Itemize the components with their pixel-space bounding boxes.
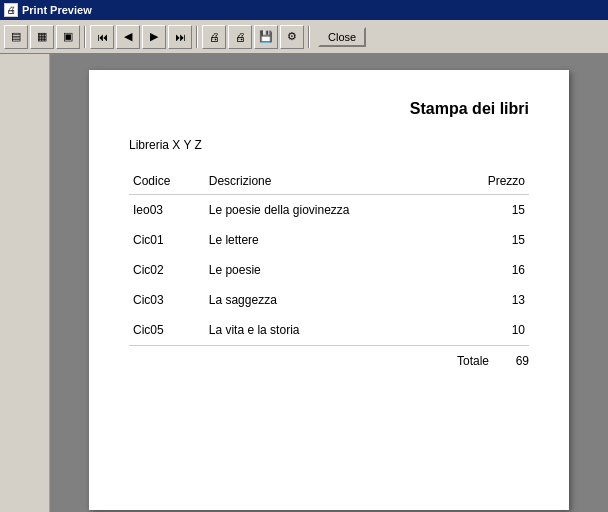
- cell-description: La saggezza: [205, 285, 453, 315]
- table-row: Cic02Le poesie16: [129, 255, 529, 285]
- table-header-row: Codice Descrizione Prezzo: [129, 168, 529, 195]
- cell-price: 15: [453, 195, 529, 226]
- col-header-price: Prezzo: [453, 168, 529, 195]
- cell-code: Cic02: [129, 255, 205, 285]
- table-row: Cic01Le lettere15: [129, 225, 529, 255]
- library-name: Libreria X Y Z: [129, 138, 529, 152]
- cell-code: Cic01: [129, 225, 205, 255]
- totale-value: 69: [509, 354, 529, 368]
- table-row: Ieo03Le poesie della giovinezza15: [129, 195, 529, 226]
- cell-description: Le poesie della giovinezza: [205, 195, 453, 226]
- nav-first-button[interactable]: ⏮: [90, 25, 114, 49]
- print2-button[interactable]: 🖨: [228, 25, 252, 49]
- nav-last-button[interactable]: ⏭: [168, 25, 192, 49]
- separator-2: [196, 26, 198, 48]
- cell-price: 15: [453, 225, 529, 255]
- title-bar-text: Print Preview: [22, 4, 92, 16]
- nav-prev-button[interactable]: ◀: [116, 25, 140, 49]
- paper: Stampa dei libri Libreria X Y Z Codice D…: [89, 70, 569, 510]
- options-button[interactable]: ⚙: [280, 25, 304, 49]
- cell-code: Cic05: [129, 315, 205, 345]
- cell-price: 10: [453, 315, 529, 345]
- totale-label: Totale: [457, 354, 489, 368]
- nav-next-button[interactable]: ▶: [142, 25, 166, 49]
- cell-price: 16: [453, 255, 529, 285]
- cell-code: Cic03: [129, 285, 205, 315]
- totale-row: Totale 69: [129, 345, 529, 368]
- cell-code: Ieo03: [129, 195, 205, 226]
- table-row: Cic05La vita e la storia10: [129, 315, 529, 345]
- view-single-button[interactable]: ▤: [4, 25, 28, 49]
- view-multi-button[interactable]: ▦: [30, 25, 54, 49]
- app-icon: 🖨: [4, 3, 18, 17]
- close-button[interactable]: Close: [318, 27, 366, 47]
- report-title: Stampa dei libri: [129, 100, 529, 118]
- table-row: Cic03La saggezza13: [129, 285, 529, 315]
- view-full-button[interactable]: ▣: [56, 25, 80, 49]
- separator-1: [84, 26, 86, 48]
- col-header-code: Codice: [129, 168, 205, 195]
- cell-description: Le poesie: [205, 255, 453, 285]
- toolbar: ▤ ▦ ▣ ⏮ ◀ ▶ ⏭ 🖨 🖨 💾 ⚙ Close: [0, 20, 608, 54]
- print-button[interactable]: 🖨: [202, 25, 226, 49]
- save-button[interactable]: 💾: [254, 25, 278, 49]
- title-bar: 🖨 Print Preview: [0, 0, 608, 20]
- cell-price: 13: [453, 285, 529, 315]
- separator-3: [308, 26, 310, 48]
- col-header-description: Descrizione: [205, 168, 453, 195]
- cell-description: La vita e la storia: [205, 315, 453, 345]
- page-sidebar: [0, 54, 50, 512]
- document-area: Stampa dei libri Libreria X Y Z Codice D…: [50, 54, 608, 512]
- main-area: Stampa dei libri Libreria X Y Z Codice D…: [0, 54, 608, 512]
- report-table: Codice Descrizione Prezzo Ieo03Le poesie…: [129, 168, 529, 345]
- cell-description: Le lettere: [205, 225, 453, 255]
